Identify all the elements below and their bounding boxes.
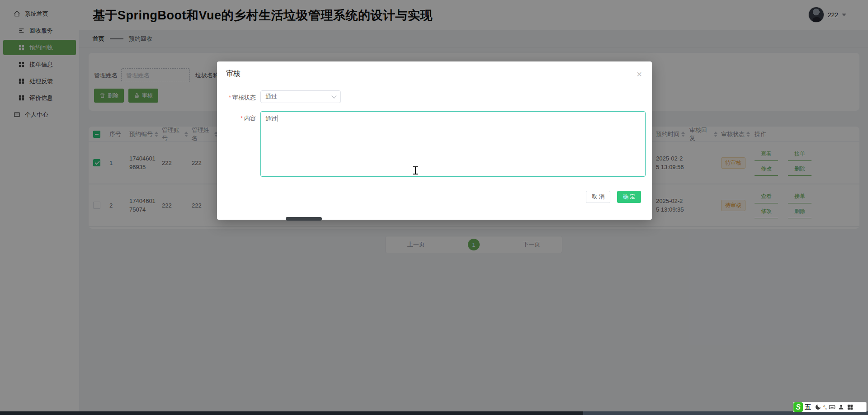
modal-header: 审核 × <box>217 61 652 79</box>
app-window: 系统首页 回收服务 预约回收 接单信息 处理反馈 <box>0 0 868 415</box>
taskbar-strip <box>0 411 868 415</box>
moon-icon[interactable] <box>815 404 821 410</box>
apps-grid-icon[interactable] <box>847 404 854 410</box>
required-mark: * <box>229 94 231 101</box>
audit-status-select[interactable]: 通过 <box>260 90 341 103</box>
chevron-down-icon <box>331 93 336 98</box>
close-icon[interactable]: × <box>637 70 642 79</box>
status-field-label: 审核状态 <box>232 94 256 101</box>
ime-toolbar: S 五 °, <box>793 402 867 412</box>
audit-content-textarea[interactable]: 通过 <box>260 111 646 177</box>
keyboard-icon[interactable] <box>829 404 835 410</box>
punctuation-icon[interactable]: °, <box>823 405 826 410</box>
sogou-logo-icon[interactable]: S <box>793 402 803 412</box>
audit-modal: 审核 × *审核状态 通过 *内容 通过 取 消 确 定 <box>217 61 652 220</box>
user-icon[interactable] <box>838 404 844 410</box>
status-field-row: *审核状态 通过 <box>217 90 652 103</box>
content-field-label: 内容 <box>244 115 256 122</box>
confirm-button[interactable]: 确 定 <box>617 191 641 203</box>
content-field-row: *内容 通过 <box>217 111 652 179</box>
mouse-cursor-ibeam <box>413 166 418 174</box>
modal-form: *审核状态 通过 *内容 通过 <box>217 90 652 179</box>
ime-mode-label[interactable]: 五 <box>805 403 811 411</box>
cancel-button[interactable]: 取 消 <box>586 191 610 203</box>
horizontal-scrollbar-thumb[interactable] <box>286 217 322 221</box>
required-mark: * <box>241 115 243 122</box>
modal-footer: 取 消 确 定 <box>217 191 652 203</box>
text-caret <box>278 115 278 122</box>
modal-title: 审核 <box>226 69 241 79</box>
select-value: 通过 <box>265 93 277 101</box>
